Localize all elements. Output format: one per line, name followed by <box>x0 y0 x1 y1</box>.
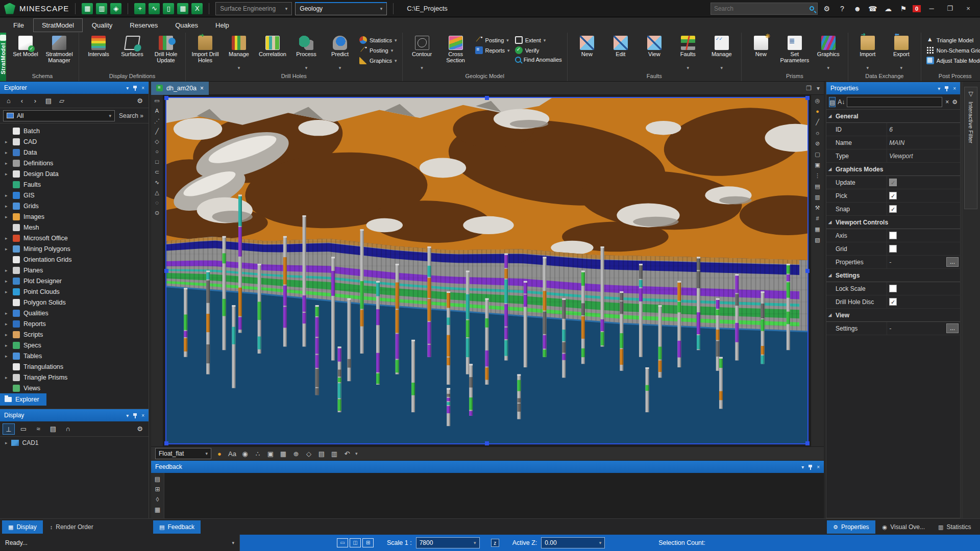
pin-icon[interactable] <box>944 86 949 91</box>
viewport-toolbar-icon[interactable]: Aa <box>228 450 237 458</box>
view-tool-icon[interactable]: # <box>813 214 822 223</box>
dock-tab[interactable]: ⚙Properties <box>827 520 875 534</box>
ellipsis-button[interactable]: ... <box>946 257 959 267</box>
property-row[interactable]: ◢ Pick ... <box>826 189 960 203</box>
expand-arrow-icon[interactable]: ▸ <box>5 236 9 241</box>
gear-icon[interactable]: ⚙ <box>952 97 958 107</box>
sort-az-icon[interactable]: A↓ <box>838 97 845 107</box>
feedback-tool-icon[interactable]: ◊ <box>156 496 159 503</box>
view-tool-icon[interactable]: ● <box>813 107 822 116</box>
system-icon[interactable]: ? <box>836 5 848 13</box>
pin-icon[interactable] <box>133 86 137 90</box>
import-button[interactable]: Import▾ <box>851 35 884 70</box>
pin-icon[interactable] <box>133 413 137 418</box>
fault-view-button[interactable]: View <box>638 35 671 64</box>
tree-item[interactable]: ▸ Definitions <box>0 158 149 168</box>
tree-item[interactable]: ▸ Mesh <box>0 222 149 233</box>
fault-edit-button[interactable]: Edit <box>604 35 637 64</box>
pin-icon[interactable] <box>808 465 813 469</box>
set-parameters-button[interactable]: Set Parameters <box>778 35 811 64</box>
close-icon[interactable]: × <box>141 413 144 418</box>
chevron-down-icon[interactable]: ▾ <box>355 451 358 456</box>
fault-new-button[interactable]: New <box>571 35 603 64</box>
tree-item[interactable]: ▸ Plot Designer <box>0 276 149 286</box>
property-row[interactable]: ◢ Settings ... <box>826 269 960 282</box>
display-tree-item[interactable]: ▸ CAD1 <box>0 437 149 449</box>
expand-arrow-icon[interactable]: ▸ <box>5 289 9 294</box>
view-tool-icon[interactable]: ☼ <box>813 129 822 137</box>
viewport-toolbar-icon[interactable]: ◉ <box>240 450 250 458</box>
draw-tool-icon[interactable]: ◌ <box>153 198 162 207</box>
tree-item[interactable]: ▸ Specs <box>0 340 149 350</box>
expand-arrow-icon[interactable]: ▸ <box>5 214 9 219</box>
expand-arrow-icon[interactable]: ▸ <box>5 193 9 198</box>
tree-item[interactable]: ▸ Reports <box>0 318 149 329</box>
draw-tool-icon[interactable]: ◇ <box>153 137 162 146</box>
view-tool-icon[interactable]: ▤ <box>813 182 822 191</box>
tree-item[interactable]: ▸ Batch <box>0 126 149 136</box>
statistics-button[interactable]: Statistics▾ <box>359 36 397 44</box>
view-tool-icon[interactable]: ▥ <box>813 193 822 202</box>
menu-item[interactable]: StratModel <box>33 18 83 32</box>
verify-button[interactable]: Verify <box>515 46 562 54</box>
checkbox[interactable] <box>889 179 897 186</box>
export-button[interactable]: Export▾ <box>885 35 918 70</box>
selection-handle[interactable] <box>164 441 168 445</box>
system-icon[interactable]: ⚙ <box>821 5 833 13</box>
expand-arrow-icon[interactable]: ▸ <box>5 332 9 337</box>
close-icon[interactable]: × <box>953 86 956 91</box>
tree-item[interactable]: ▸ Images <box>0 211 149 222</box>
close-icon[interactable]: × <box>817 464 820 470</box>
close-icon[interactable]: × <box>141 85 144 91</box>
property-row[interactable]: ◢ General ... <box>826 110 960 123</box>
display-toolbar-icon[interactable]: ∩ <box>62 423 74 435</box>
tree-item[interactable]: ▸ Tables <box>0 350 149 361</box>
expand-arrow-icon[interactable]: ▸ <box>5 354 9 359</box>
selection-handle[interactable] <box>485 441 489 445</box>
tree-item[interactable]: ▸ CAD <box>0 136 149 147</box>
expand-arrow-icon[interactable]: ▸ <box>5 268 9 273</box>
tree-item[interactable]: ▸ Point Clouds <box>0 286 149 297</box>
active-z-combo[interactable]: 0.00 ▾ <box>541 537 605 548</box>
app-toolbar-icon[interactable]: + <box>134 3 145 14</box>
tree-item[interactable]: ▸ Microsoft Office <box>0 233 149 243</box>
search-input[interactable] <box>714 5 806 12</box>
search-box[interactable] <box>710 3 818 15</box>
dock-tab[interactable]: ↕Render Order <box>44 520 100 534</box>
tree-item[interactable]: ▸ GIS <box>0 190 149 201</box>
checkbox[interactable] <box>889 245 897 253</box>
triangle-model-button[interactable]: Triangle Model <box>926 36 980 44</box>
expand-arrow-icon[interactable]: ▸ <box>5 375 9 380</box>
app-toolbar-icon[interactable]: ▦ <box>177 3 188 14</box>
import-drill-holes-button[interactable]: Import Drill Holes <box>189 35 222 64</box>
draw-tool-icon[interactable]: □ <box>153 158 162 166</box>
property-row[interactable]: ◢ Settings - ... <box>826 322 960 335</box>
viewport-toolbar-icon[interactable]: ▦ <box>279 450 288 458</box>
system-icon[interactable]: ☎ <box>867 5 879 13</box>
expand-arrow-icon[interactable]: ▸ <box>5 279 9 284</box>
explorer-tab[interactable]: Explorer <box>0 393 46 406</box>
expand-arrow-icon[interactable]: ▸ <box>5 440 8 445</box>
viewport-toolbar-icon[interactable]: ▣ <box>266 450 275 458</box>
property-row[interactable]: ◢ Viewport Controls ... <box>826 216 960 229</box>
faults-button[interactable]: Faults▾ <box>672 35 704 70</box>
viewport-toolbar-icon[interactable]: ↶ <box>342 450 352 458</box>
app-toolbar-icon[interactable]: ∿ <box>149 3 160 14</box>
section-collapse-icon[interactable]: ◢ <box>828 273 831 278</box>
draw-tool-icon[interactable]: ⊙ <box>153 209 162 217</box>
property-row[interactable]: ◢ Properties - ... <box>826 256 960 269</box>
tree-item[interactable]: ▸ Data <box>0 147 149 158</box>
display-definition-combo[interactable]: Float_flat ▾ <box>155 448 211 459</box>
search-icon[interactable] <box>810 6 814 11</box>
tree-item[interactable]: ▸ Polygon Solids <box>0 297 149 308</box>
property-row[interactable]: ◢ Axis ... <box>826 229 960 242</box>
stratmodel-vertical-tab[interactable]: StratModel <box>0 33 6 81</box>
notification-badge[interactable]: 0 <box>913 5 921 12</box>
menu-item[interactable]: Quakes <box>167 19 206 32</box>
tree-item[interactable]: ▸ Mining Polygons <box>0 243 149 254</box>
chevron-down-icon[interactable]: ▾ <box>126 413 129 418</box>
property-row[interactable]: ◢ Drill Hole Disc ... <box>826 295 960 309</box>
viewport-toolbar-icon[interactable]: ⊕ <box>291 450 301 458</box>
draw-tool-icon[interactable]: ○ <box>153 147 162 156</box>
expand-arrow-icon[interactable]: ▸ <box>5 343 9 348</box>
